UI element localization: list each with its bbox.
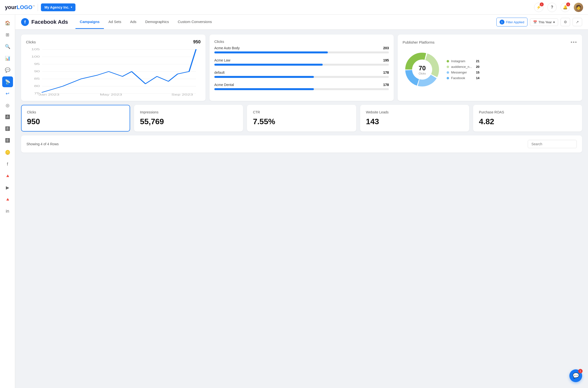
tab-demographics[interactable]: Demographics <box>141 15 173 29</box>
date-range-button[interactable]: 📅 This Year ▾ <box>530 18 558 26</box>
sidebar-item-grid[interactable]: ⊞ <box>2 29 13 40</box>
chart-header: Clicks 950 <box>26 39 201 45</box>
date-label: This Year <box>539 20 552 24</box>
notifications-button[interactable]: 🔔 1 <box>561 3 570 12</box>
legend-val-1: 20 <box>476 65 479 69</box>
bar-track-2 <box>214 76 389 78</box>
sidebar-item-amazon[interactable]: 🅰 <box>2 112 13 122</box>
sidebar-item-a2[interactable]: 🔺 <box>2 194 13 205</box>
legend-item-2: Messenger 15 <box>447 71 479 74</box>
svg-text:85: 85 <box>34 77 40 80</box>
logo-suffix: LOGO <box>17 4 33 10</box>
metric-value-website-leads: 143 <box>366 117 463 126</box>
columns-icon: ⚙ <box>564 20 567 24</box>
legend-val-0: 21 <box>476 59 479 63</box>
bar-list-card: Clicks Acme Auto Body 203 <box>209 35 394 101</box>
metric-value-clicks: 950 <box>27 117 124 126</box>
legend-item-1: auddience_n... 20 <box>447 65 479 69</box>
sidebar-item-b2[interactable]: 🅱 <box>2 135 13 146</box>
help-icon: ? <box>551 5 553 10</box>
share-button[interactable]: ↗ <box>573 18 582 26</box>
sidebar-item-b1[interactable]: 🅱 <box>2 123 13 134</box>
sidebar-item-social[interactable]: ↩ <box>2 88 13 99</box>
tab-campaigns[interactable]: Campaigns <box>75 15 104 29</box>
tab-ads[interactable]: Ads <box>126 15 141 29</box>
top-cards-row: Clicks 950 <box>21 35 582 101</box>
sidebar-item-play[interactable]: ▶ <box>2 182 13 193</box>
tab-custom-conversions[interactable]: Custom Conversions <box>173 15 216 29</box>
bar-track-3 <box>214 88 389 90</box>
bar-value-1: 195 <box>383 58 389 62</box>
legend-name-3: Facebook <box>451 76 472 80</box>
bar-fill-2 <box>214 76 314 78</box>
sidebar-item-ads[interactable]: 📡 <box>2 76 13 87</box>
agency-selector[interactable]: My Agency Inc. ▾ <box>41 3 75 11</box>
metric-card-website-leads[interactable]: Website Leads 143 <box>360 105 469 132</box>
sidebar-item-coin[interactable]: 🪙 <box>2 147 13 158</box>
sidebar-item-facebook[interactable]: f <box>2 159 13 170</box>
donut-center-label: Clicks <box>419 72 426 75</box>
donut-wrapper: 70 Clicks <box>403 50 442 89</box>
metric-label-impressions: Impressions <box>140 110 237 114</box>
top-nav: yourLOGO™ My Agency Inc. ▾ ⚡ 1 ? 🔔 1 🧑 <box>0 0 588 15</box>
bar-list-header: Clicks <box>214 39 389 44</box>
bar-track-1 <box>214 64 389 66</box>
legend-item-3: Facebook 14 <box>447 76 479 80</box>
chart-title: Clicks <box>26 40 36 44</box>
line-chart-area: 105 100 95 90 85 80 75 Jan 2023 <box>26 47 201 96</box>
sub-nav: Campaigns Ad Sets Ads Demographics Custo… <box>75 15 496 29</box>
bar-value-3: 178 <box>383 83 389 87</box>
donut-center: 70 Clicks <box>419 64 426 75</box>
sidebar-item-a-triangle[interactable]: 🔺 <box>2 170 13 181</box>
bar-label-0: Acme Auto Body <box>214 46 240 50</box>
legend-item-0: Instagram 21 <box>447 59 479 63</box>
sidebar-item-search[interactable]: 🔍 <box>2 41 13 52</box>
metric-value-ctr: 7.55% <box>253 117 350 126</box>
table-search-input[interactable] <box>528 140 577 148</box>
tab-adsets[interactable]: Ad Sets <box>104 15 126 29</box>
sidebar-item-chat[interactable]: 💬 <box>2 65 13 75</box>
sidebar-item-circle[interactable]: ◎ <box>2 100 13 111</box>
sidebar-item-reports[interactable]: 📊 <box>2 53 13 64</box>
sidebar-item-linkedin[interactable]: in <box>2 206 13 217</box>
publisher-more-button[interactable]: ••• <box>571 39 577 45</box>
page-title-area: f Facebook Ads <box>21 15 68 29</box>
facebook-icon: f <box>21 18 29 26</box>
metric-card-purchase-roas[interactable]: Purchase ROAS 4.82 <box>473 105 582 132</box>
sidebar-item-home[interactable]: 🏠 <box>2 18 13 28</box>
donut-legend: Instagram 21 auddience_n... 20 Messenger <box>447 59 479 80</box>
chat-icon: 💬 <box>573 373 579 379</box>
logo-area: yourLOGO™ My Agency Inc. ▾ <box>5 3 75 11</box>
lightning-badge: 1 <box>540 2 544 6</box>
sub-header: f Facebook Ads Campaigns Ad Sets Ads Dem… <box>15 15 588 30</box>
metric-card-clicks[interactable]: Clicks 950 <box>21 105 130 132</box>
filter-button[interactable]: 1 Filter Applied <box>496 18 527 26</box>
sub-header-actions: 1 Filter Applied 📅 This Year ▾ ⚙ ↗ <box>496 18 582 26</box>
legend-dot-3 <box>447 77 449 79</box>
metric-card-impressions[interactable]: Impressions 55,769 <box>134 105 243 132</box>
bar-fill-1 <box>214 64 323 66</box>
bar-item-0: Acme Auto Body 203 <box>214 46 389 53</box>
line-chart-svg: 105 100 95 90 85 80 75 Jan 2023 <box>26 47 201 96</box>
chat-badge: 1 <box>578 369 583 373</box>
chat-bubble-button[interactable]: 💬 1 <box>569 369 582 382</box>
legend-name-1: auddience_n... <box>451 65 472 69</box>
calendar-icon: 📅 <box>533 20 537 24</box>
help-button[interactable]: ? <box>547 3 557 12</box>
metric-label-website-leads: Website Leads <box>366 110 463 114</box>
bar-item-2: default 178 <box>214 71 389 78</box>
legend-val-2: 15 <box>476 71 479 74</box>
logo: yourLOGO™ <box>5 4 35 11</box>
svg-text:Sep 2023: Sep 2023 <box>172 93 193 96</box>
avatar[interactable]: 🧑 <box>574 3 583 12</box>
logo-divider <box>38 4 38 11</box>
columns-button[interactable]: ⚙ <box>561 18 570 26</box>
table-bar: Showing 4 of 4 Rows <box>21 135 582 153</box>
metric-card-ctr[interactable]: CTR 7.55% <box>247 105 356 132</box>
chevron-down-icon: ▾ <box>553 20 555 24</box>
publisher-header: Publisher Platforms ••• <box>403 39 577 45</box>
lightning-button[interactable]: ⚡ 1 <box>534 3 543 12</box>
bell-badge: 1 <box>566 2 570 6</box>
logo-prefix: your <box>5 4 17 10</box>
legend-name-2: Messenger <box>451 71 472 74</box>
